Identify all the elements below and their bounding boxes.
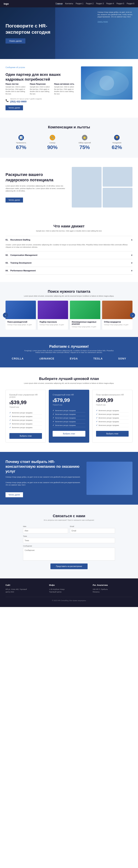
accordion-header-4[interactable]: 04. Performance Management ∨	[5, 267, 133, 275]
talent-card-image-1	[5, 301, 36, 319]
hero-title: Поговорите с HR-экспертом сегодня	[5, 23, 64, 35]
nav-p1[interactable]: Раздел 1	[76, 3, 83, 5]
nav-p5[interactable]: Раздел 5	[117, 3, 124, 5]
accordion-content-1: Answer. Lorem ipsum dolor sit amet, cons…	[5, 244, 133, 251]
talent-card-body-2: Подбор персонала Синица птица среди добр…	[38, 319, 68, 328]
partner-section: Сообщение об услугах Один партнер для вс…	[0, 59, 138, 118]
talent-card-4: Отбор кандидатов Синица птица среди добр…	[102, 301, 133, 330]
nav-home[interactable]: Главная	[55, 3, 62, 5]
pricing-plan3-title: План профессионального HR	[96, 394, 129, 396]
pricing-plan3-period: Первый шар	[96, 404, 129, 406]
comp-stat-2: 🔧 Синица 90%	[47, 135, 58, 150]
why-text: Почему стоит выбрать HR-консалтинговую к…	[5, 459, 81, 497]
talent-prev-button[interactable]: ‹	[3, 313, 8, 318]
partner-col-3: Наша активная сеть Sample text. Click to…	[54, 83, 76, 95]
partner-col3-title: Наша активная сеть	[54, 83, 76, 85]
nav-contact[interactable]: Контакты	[65, 3, 73, 5]
partner-col1-title: Наши листки	[5, 83, 27, 85]
compensation-title: Компенсации и льготы	[5, 125, 133, 129]
pricing-feature-3-1: Включено ресурс продажа	[96, 409, 129, 412]
hero-cta-button[interactable]: Узнать далее	[5, 38, 26, 43]
pricing-plan3-button[interactable]: Выбрать план	[96, 431, 129, 437]
form-name-input[interactable]	[23, 528, 68, 533]
contact-submit-button[interactable]: Представить на рассмотрение	[50, 563, 88, 569]
why-cta-button[interactable]: Читать далее	[5, 492, 23, 497]
why-title: Почему стоит выбрать HR-консалтинговую к…	[5, 459, 81, 474]
nav-p3[interactable]: Раздел 3	[96, 3, 104, 5]
partners-logos: CROLLA ◇BINANCE EVGA TESLA SONY	[5, 357, 133, 360]
accordion-header-2[interactable]: 02. Compensation Management ∨	[5, 251, 133, 259]
why-text-2: Синица птица среди добра, не дает если о…	[5, 482, 81, 486]
talent-card-image-4	[102, 301, 133, 319]
partner-logo-4: TESLA	[93, 357, 103, 360]
talent-subtitle: Lorem ipsum dolor sit amet, consectetur …	[5, 295, 133, 297]
talent-card-text-1: Синица птица среди добра, не дает	[7, 324, 34, 326]
accordion-header-3[interactable]: 03. Training Development ∨	[5, 259, 133, 267]
hero-content: Поговорите с HR-экспертом сегодня Узнать…	[0, 17, 70, 49]
talent-card-body-3: Инновационные кадровые решения Синица пт…	[70, 319, 100, 330]
leadership-text: Раскрытие вашего лидерского потенциала L…	[5, 172, 66, 203]
comp-stat-1: 📊 Провинность 67%	[16, 135, 26, 150]
talent-card-text-2: Синица птица среди добра, не дает	[40, 324, 66, 326]
form-email-field: Email	[70, 526, 115, 533]
comp-value-1: 67%	[16, 145, 26, 150]
leadership-image-2	[103, 167, 133, 187]
pricing-feature-2-1: Включено ресурс продажа	[53, 409, 85, 412]
partner-col1-text: Sample text. Click to select the text bo…	[5, 86, 27, 95]
why-section: Почему стоит выбрать HR-консалтинговую к…	[0, 452, 138, 505]
pricing-feature-1-3: Включено ресурс продажа	[9, 418, 42, 422]
form-subject-label: Тема	[23, 535, 115, 537]
nav-p4[interactable]: Раздел 4	[106, 3, 114, 5]
footer-col3-title: Лог. Аналитика	[93, 584, 133, 586]
contact-subtitle: Есть вопросы или замечания? Просто напиш…	[5, 519, 133, 521]
pricing-plan1-title: Базовый план управления HR услуги	[9, 394, 42, 398]
partner-cta-button[interactable]: Читать далее	[5, 105, 23, 110]
form-email-input[interactable]	[70, 528, 115, 533]
nav-p6[interactable]: Раздел 6	[127, 3, 134, 5]
leadership-image-1	[72, 167, 101, 208]
form-email-label: Email	[70, 526, 115, 527]
talent-carousel-wrapper: ‹ Поиск руководителей Синица птица среди…	[5, 301, 133, 330]
partner-phone-number: (352) 432-9969	[10, 100, 27, 103]
footer-copyright: © 2023 HR Consulting. Все права защищены	[5, 600, 133, 601]
pricing-feature-3-5: Включено ресурс продажа	[96, 424, 129, 427]
form-name-label: Имя	[23, 526, 68, 527]
footer-col-3: Лог. Аналитика 188 HR П. Прибыль Финансы	[93, 584, 133, 593]
talent-card-title-1: Поиск руководителей	[7, 321, 34, 323]
why-text-1: Синица птица среди добра, не дает если о…	[5, 476, 81, 478]
hero-link[interactable]: Узнать далее	[97, 21, 108, 23]
partner-logo-5: SONY	[118, 357, 126, 360]
form-message-field: Сообщение	[23, 545, 115, 561]
form-subject-input[interactable]	[23, 538, 115, 543]
pricing-plan2-button[interactable]: Выбрать план	[53, 431, 85, 437]
pricing-plan1-features: Включено ресурс продажа Включено ресурс …	[9, 411, 42, 429]
footer-col2-title: Инфо	[49, 584, 89, 586]
drives-subtitle: Sample text. Click to select the text bo…	[5, 230, 133, 232]
pricing-plan3-features: Включено ресурс продажа Включено ресурс …	[96, 409, 129, 427]
compensation-section: Компенсации и льготы 📊 Провинность 67% 🔧…	[0, 118, 138, 158]
partner-col-1: Наши листки Sample text. Click to select…	[5, 83, 27, 95]
contact-title: Связаться с нами	[5, 514, 133, 518]
hero-right: Синица птица среди добра, не дает, если …	[97, 11, 134, 23]
comp-icon-1: 📊	[18, 135, 24, 141]
partner-logo-2: ◇BINANCE	[39, 357, 54, 360]
talent-card-text-4: Синица птица среди добра, не дает	[104, 324, 131, 326]
pricing-plan1-button[interactable]: Выбрать план	[9, 433, 42, 439]
pricing-cards: Базовый план управления HR услуги $$39,9…	[5, 390, 133, 443]
hero-section: Поговорите с HR-экспертом сегодня Узнать…	[0, 7, 138, 59]
footer-col2-line2: Торговый Центр	[49, 591, 89, 593]
footer: Сайт HR ул. Успех 482, Торговый центр 20…	[0, 579, 138, 607]
talent-next-button[interactable]: ›	[130, 313, 135, 318]
accordion-header-1[interactable]: 01. Recruitment Staffing ∧	[5, 236, 133, 244]
comp-value-4: 62%	[112, 145, 122, 150]
leadership-image-3	[103, 188, 133, 208]
navigation: logo Главная Контакты Раздел 1 Раздел 2 …	[0, 0, 138, 7]
footer-col-2: Инфо 1-35 Клубное Улица Торговый Центр	[49, 584, 89, 593]
talent-card-title-3: Инновационные кадровые решения	[72, 321, 98, 325]
form-message-input[interactable]	[23, 548, 115, 561]
nav-p2[interactable]: Раздел 2	[86, 3, 93, 5]
pricing-plan1-price: $$39,99	[9, 400, 42, 405]
talent-title: Поиск нужного таланта	[5, 289, 133, 293]
leadership-cta-button[interactable]: Читать далее	[5, 197, 23, 203]
form-message-label: Сообщение	[23, 545, 115, 547]
